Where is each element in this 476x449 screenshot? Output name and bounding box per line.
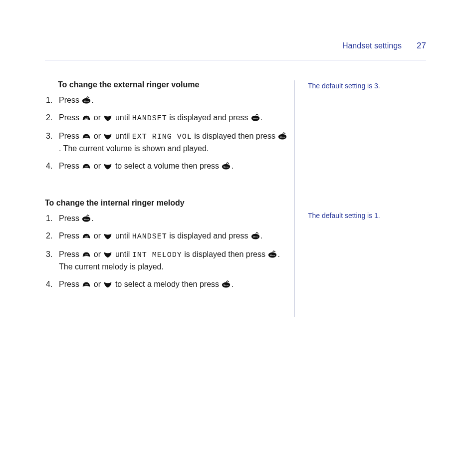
step: Press or until EXT RING VOL is displayed…	[58, 130, 289, 154]
down-button-icon	[103, 162, 113, 170]
down-button-icon	[103, 231, 113, 239]
step: Press or to select a volume then press .	[58, 160, 289, 172]
steps-list: Press . Press or until HANDSET is displa…	[45, 213, 289, 290]
up-button-icon	[81, 132, 91, 140]
sidenote-default-1: The default setting is 1.	[308, 211, 426, 220]
display-text: HANDSET	[132, 232, 167, 241]
menu-button-icon	[277, 132, 287, 140]
steps-list: Press . Press or until HANDSET is displa…	[45, 94, 289, 172]
menu-button-icon	[221, 280, 231, 288]
header-rule	[45, 60, 426, 60]
sidenote-default-3: The default setting is 3.	[308, 81, 426, 90]
menu-button-icon	[250, 231, 260, 239]
step: Press .	[58, 213, 289, 224]
down-button-icon	[103, 132, 113, 140]
menu-button-icon	[250, 113, 260, 121]
up-button-icon	[81, 162, 91, 170]
menu-button-icon	[267, 250, 277, 258]
up-button-icon	[81, 280, 91, 288]
step: Press or until HANDSET is displayed and …	[58, 112, 289, 124]
section-title: Handset settings	[342, 41, 402, 50]
step: Press or until HANDSET is displayed and …	[58, 230, 289, 242]
down-button-icon	[103, 250, 113, 258]
manual-page: Handset settings 27 To change the extern…	[0, 0, 476, 449]
up-button-icon	[81, 250, 91, 258]
display-text: EXT RING VOL	[132, 133, 192, 141]
content-area: To change the external ringer volume Pre…	[45, 80, 426, 317]
column-divider	[294, 80, 295, 317]
main-column: To change the external ringer volume Pre…	[45, 80, 289, 317]
down-button-icon	[103, 280, 113, 288]
menu-button-icon	[221, 162, 231, 170]
display-text: INT MELODY	[132, 251, 182, 259]
section-int-ringer-melody: To change the internal ringer melody Pre…	[45, 199, 289, 290]
down-button-icon	[103, 113, 113, 121]
page-number: 27	[417, 41, 426, 51]
page-header: Handset settings 27	[45, 41, 426, 51]
step: Press or until INT MELODY is displayed t…	[58, 248, 289, 272]
menu-button-icon	[81, 214, 91, 222]
up-button-icon	[81, 113, 91, 121]
section-heading: To change the external ringer volume	[58, 80, 289, 89]
section-ext-ringer-volume: To change the external ringer volume Pre…	[45, 80, 289, 172]
step: Press .	[58, 94, 289, 106]
display-text: HANDSET	[132, 114, 167, 123]
step: Press or to select a melody then press .	[58, 278, 289, 290]
sidebar-column: The default setting is 3. The default se…	[308, 80, 426, 317]
menu-button-icon	[81, 96, 91, 104]
section-heading: To change the internal ringer melody	[45, 199, 289, 208]
up-button-icon	[81, 231, 91, 239]
